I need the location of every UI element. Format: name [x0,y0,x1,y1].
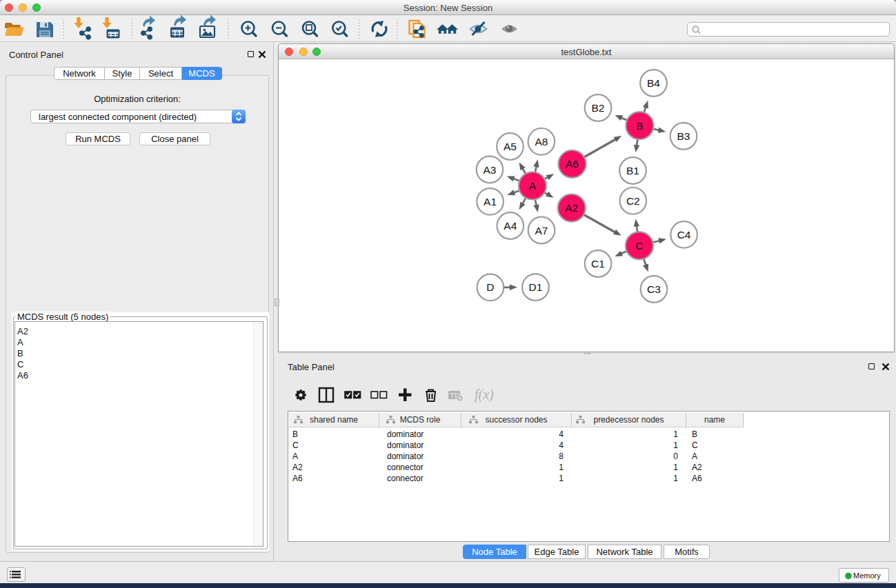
svg-text:A3: A3 [484,164,497,176]
svg-text:A7: A7 [535,225,548,236]
svg-text:C: C [635,240,643,252]
svg-text:A2: A2 [565,202,578,214]
svg-text:A8: A8 [535,136,548,148]
svg-text:D: D [486,281,494,293]
svg-text:A6: A6 [566,158,579,170]
svg-text:A1: A1 [484,196,497,207]
svg-text:A5: A5 [504,141,517,152]
svg-text:A4: A4 [504,220,517,232]
svg-text:B3: B3 [677,130,690,142]
svg-text:C4: C4 [677,229,691,241]
svg-text:f(x): f(x) [475,387,494,403]
svg-text:B1: B1 [626,165,639,176]
svg-text:B2: B2 [592,102,605,114]
svg-text:D1: D1 [528,281,542,293]
svg-text:C1: C1 [591,258,605,270]
svg-text:B4: B4 [647,77,660,89]
svg-text:B: B [636,120,643,132]
svg-text:C2: C2 [626,195,640,207]
svg-text:C3: C3 [647,283,661,295]
svg-text:A: A [529,180,537,192]
